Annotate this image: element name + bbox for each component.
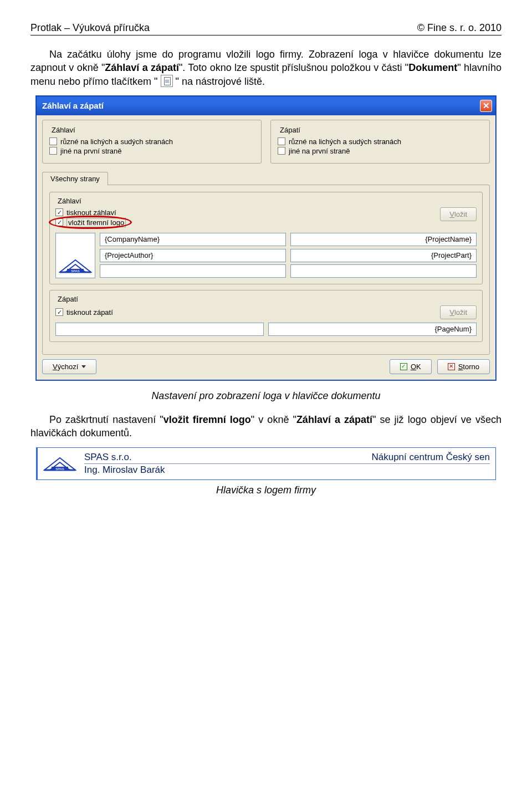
field-pagenum[interactable]: {PageNum} (268, 323, 477, 336)
field-project[interactable]: {ProjectName} (290, 233, 477, 246)
btn-ok[interactable]: ✓ OK (390, 359, 432, 374)
legend-zapati: Zápatí (278, 126, 303, 134)
chk-tisknout-zahlavi[interactable]: ✓tisknout záhlaví (55, 208, 126, 217)
caption-1: Nastavení pro zobrazení loga v hlavičce … (30, 390, 502, 402)
tab-panel: Záhlaví ✓tisknout záhlaví ✓ vložit firem… (42, 185, 490, 355)
close-icon: ✕ (448, 363, 455, 370)
company-logo-icon: SPAS (43, 456, 76, 472)
inner-zahlavi: Záhlaví ✓tisknout záhlaví ✓ vložit firem… (49, 192, 483, 284)
chk-vlozit-logo[interactable]: ✓ vložit firemní logo (55, 218, 126, 227)
legend-zahlavi: Záhlaví (49, 126, 78, 134)
chevron-down-icon (81, 365, 86, 368)
sample-author: Ing. Miroslav Barák (84, 465, 165, 476)
chk-ruzne-zahlavi[interactable]: různé na lichých a sudých stranách (49, 137, 254, 146)
tab-all-pages[interactable]: Všechny strany (42, 172, 108, 185)
fieldset-zahlavi-top: Záhlaví různé na lichých a sudých straná… (42, 120, 262, 164)
chk-jine-zahlavi[interactable]: jiné na první straně (49, 147, 254, 155)
company-logo-icon: SPAS (59, 258, 92, 274)
field-empty-2[interactable] (290, 264, 477, 278)
header-left: Protlak – Výuková příručka (30, 22, 150, 34)
caption-2: Hlavička s logem firmy (30, 484, 502, 496)
btn-vlozit-zahlavi[interactable]: Vložit (440, 207, 477, 221)
field-company[interactable]: {CompanyName} (100, 233, 286, 246)
header-footer-icon (161, 75, 173, 87)
btn-storno[interactable]: ✕ Storno (437, 359, 490, 374)
btn-vychozi[interactable]: Výchozí (42, 359, 96, 374)
close-icon[interactable]: ✕ (480, 100, 492, 112)
dialog-title: Záhlaví a zápatí (42, 101, 104, 110)
chk-ruzne-zapati[interactable]: různé na lichých a sudých stranách (278, 137, 483, 146)
field-author[interactable]: {ProjectAuthor} (100, 249, 286, 262)
header-right: © Fine s. r. o. 2010 (417, 22, 502, 34)
svg-text:SPAS: SPAS (71, 269, 80, 273)
logo-preview-cell: SPAS (55, 233, 95, 278)
sample-project: Nákupní centrum Český sen (371, 452, 490, 463)
field-zapati-1[interactable] (55, 323, 264, 336)
inner-zapati: Zápatí ✓tisknout zápatí Vložit {PageNum} (49, 290, 483, 342)
btn-vlozit-zapati[interactable]: Vložit (440, 305, 477, 319)
fieldset-zapati-top: Zápatí různé na lichých a sudých stranác… (270, 120, 490, 164)
chk-jine-zapati[interactable]: jiné na první straně (278, 147, 483, 155)
dialog-titlebar: Záhlaví a zápatí ✕ (37, 96, 495, 115)
field-empty-1[interactable] (100, 264, 286, 278)
paragraph-1: Na začátku úlohy jsme do programu vložil… (30, 48, 502, 88)
sample-company: SPAS s.r.o. (84, 452, 132, 463)
paragraph-2: Po zaškrtnutí nastavení "vložit firemní … (30, 413, 502, 440)
header-sample-box: SPAS SPAS s.r.o. Nákupní centrum Český s… (36, 447, 496, 480)
check-icon: ✓ (400, 363, 407, 370)
svg-text:SPAS: SPAS (55, 467, 64, 471)
field-part[interactable]: {ProjectPart} (290, 249, 477, 262)
chk-tisknout-zapati[interactable]: ✓tisknout zápatí (55, 308, 113, 317)
doc-header: Protlak – Výuková příručka © Fine s. r. … (30, 22, 502, 35)
dialog-header-footer: Záhlaví a zápatí ✕ Záhlaví různé na lich… (36, 96, 496, 380)
